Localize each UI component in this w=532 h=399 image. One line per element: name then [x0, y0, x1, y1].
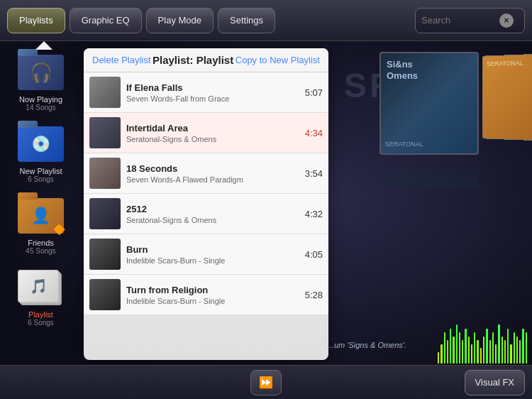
sidebar-item-new-playlist-label: New Playlist [20, 167, 62, 175]
track-duration: 5:28 [305, 290, 323, 300]
sidebar-item-new-playlist-sublabel: 6 Songs [28, 175, 54, 183]
sidebar-item-new-playlist[interactable]: 💿 New Playlist 6 Songs [6, 120, 77, 186]
visualizer-bar [522, 329, 523, 364]
track-info: 18 SecondsSeven Words-A Flawed Paradigm [126, 163, 299, 184]
sidebar-item-now-playing-sublabel: 14 Songs [26, 104, 55, 111]
visualizer [436, 322, 528, 365]
track-thumbnail [89, 158, 121, 189]
sidebar-item-playlist-label: Playlist [28, 310, 53, 319]
panel-header: Delete Playlist Playlist: Playlist Copy … [84, 48, 328, 72]
track-row[interactable]: 18 SecondsSeven Words-A Flawed Paradigm3… [84, 153, 328, 194]
visualizer-bar [480, 348, 482, 364]
visualizer-bar [501, 337, 503, 364]
visualizer-bar [516, 337, 518, 364]
headphones-icon: 🎧 [30, 62, 52, 84]
transport-bar: ⏩ Visual FX [0, 365, 532, 399]
visual-fx-button[interactable]: Visual FX [465, 370, 525, 395]
playlists-button[interactable]: Playlists [7, 8, 65, 33]
album-area: RSTUVWXYZ SRS SERATONAL Si&nsOmens SERAT… [323, 41, 532, 399]
visualizer-bar [477, 340, 478, 364]
track-duration: 4:32 [305, 209, 323, 219]
fast-forward-button[interactable]: ⏩ [250, 370, 282, 395]
sidebar-item-now-playing[interactable]: 🎧 Now Playing 14 Songs [6, 48, 77, 114]
search-input[interactable] [421, 15, 499, 26]
visualizer-bar [474, 332, 475, 364]
track-list: If Elena FallsSeven Words-Fall from Grac… [84, 72, 328, 352]
copy-to-new-playlist-button[interactable]: Copy to New Playlist [235, 55, 320, 65]
track-title: Turn from Religion [126, 285, 299, 295]
track-duration: 4:34 [305, 128, 323, 138]
track-info: If Elena FallsSeven Words-Fall from Grac… [126, 82, 299, 103]
track-artist: Seven Words-A Flawed Paradigm [126, 175, 299, 184]
album-cover-main[interactable]: Si&nsOmens SERATONAL [379, 52, 479, 155]
album-cover-text: Si&nsOmens [381, 53, 477, 87]
graphic-eq-button[interactable]: Graphic EQ [70, 8, 142, 33]
track-duration: 5:07 [305, 87, 323, 98]
track-row[interactable]: Intertidal AreaSeratonal-Signs & Omens4:… [84, 113, 328, 153]
track-title: Burn [126, 244, 299, 255]
cd-icon: 💿 [31, 135, 50, 153]
music-sheet-icon: 🎵 [30, 278, 48, 295]
track-title: Intertidal Area [126, 123, 299, 133]
visualizer-bar [526, 332, 527, 364]
visualizer-bar [492, 332, 494, 364]
panel-title: Playlist: Playlist [153, 54, 233, 66]
main-panel: Delete Playlist Playlist: Playlist Copy … [84, 48, 328, 360]
delete-playlist-button[interactable]: Delete Playlist [92, 55, 150, 65]
visualizer-bar [447, 340, 448, 364]
visualizer-bar [462, 340, 463, 364]
play-mode-button[interactable]: Play Mode [146, 8, 214, 33]
visualizer-bar [498, 324, 499, 364]
track-artist: Seratonal-Signs & Omens [126, 135, 299, 143]
visualizer-bar [519, 340, 521, 364]
track-row[interactable]: 2512Seratonal-Signs & Omens4:32 [84, 194, 328, 234]
track-row[interactable]: Turn from ReligionIndelible Scars-Burn -… [84, 275, 328, 315]
sidebar-item-friends[interactable]: 👤 🔶 Friends 45 Songs [6, 192, 77, 258]
album-cover-reflection [379, 158, 479, 187]
visualizer-bar [456, 324, 458, 364]
settings-button[interactable]: Settings [218, 8, 275, 33]
visualizer-bar [440, 344, 442, 364]
visualizer-bar [465, 329, 466, 364]
sidebar: 🎧 Now Playing 14 Songs 💿 New Playlist 6 … [0, 41, 82, 365]
face-icon: 👤 [31, 207, 50, 225]
track-info: Intertidal AreaSeratonal-Signs & Omens [126, 123, 299, 143]
visualizer-bar [468, 337, 470, 364]
track-artist: Indelible Scars-Burn - Single [126, 256, 299, 265]
visualizer-bar [438, 352, 439, 364]
badge-icon: 🔶 [53, 224, 65, 235]
track-info: 2512Seratonal-Signs & Omens [126, 204, 299, 224]
sidebar-item-playlist-sublabel: 6 Songs [28, 319, 54, 327]
sidebar-item-now-playing-label: Now Playing [19, 95, 62, 104]
visualizer-bar [471, 344, 472, 364]
track-thumbnail [89, 77, 121, 108]
track-thumbnail [89, 239, 121, 270]
visualizer-bar [495, 344, 497, 364]
sidebar-item-playlist[interactable]: 🎵 Playlist 6 Songs [6, 263, 77, 329]
search-box: × [415, 8, 525, 33]
visualizer-bar [507, 329, 509, 364]
track-artist: Seven Words-Fall from Grace [126, 94, 299, 103]
friends-icon: 👤 🔶 [16, 195, 66, 237]
album-cover-stack2: SERATONAL [482, 53, 532, 141]
track-title: If Elena Falls [126, 82, 299, 93]
track-row[interactable]: If Elena FallsSeven Words-Fall from Grac… [84, 72, 328, 113]
track-info: BurnIndelible Scars-Burn - Single [126, 244, 299, 265]
track-thumbnail [89, 198, 121, 229]
search-close-icon[interactable]: × [499, 13, 514, 28]
new-playlist-icon: 💿 [16, 123, 66, 165]
sidebar-item-friends-label: Friends [28, 239, 54, 247]
track-info: Turn from ReligionIndelible Scars-Burn -… [126, 285, 299, 305]
track-title: 2512 [126, 204, 299, 214]
visualizer-bar [483, 337, 484, 364]
panel-arrow [35, 41, 52, 50]
visualizer-bar [486, 329, 487, 364]
track-row[interactable]: BurnIndelible Scars-Burn - Single4:05 [84, 234, 328, 275]
track-thumbnail [89, 117, 121, 148]
track-duration: 4:05 [305, 249, 323, 260]
visualizer-bar [514, 332, 515, 364]
playlist-icon: 🎵 [16, 266, 66, 309]
visualizer-bar [459, 332, 460, 364]
visualizer-bar [450, 329, 451, 364]
sidebar-item-friends-sublabel: 45 Songs [26, 247, 55, 255]
